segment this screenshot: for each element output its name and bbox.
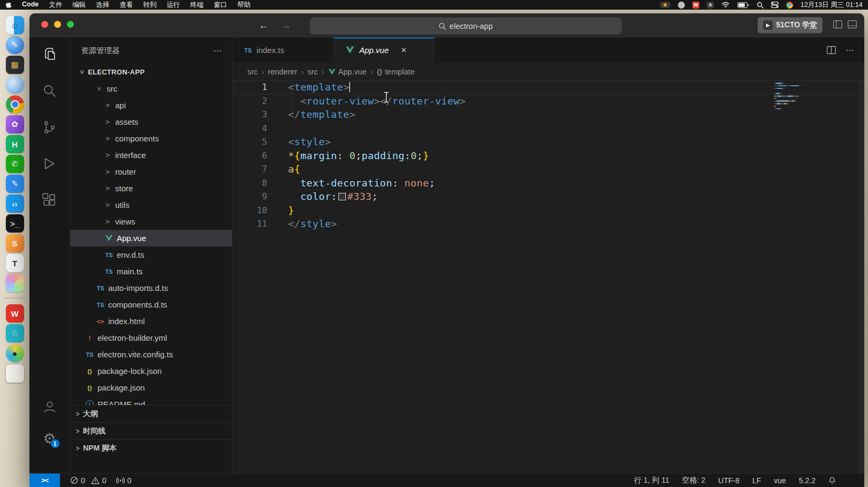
dock-icon-finder[interactable]: ☺ <box>6 16 24 34</box>
navigate-forward-button[interactable]: → <box>281 20 291 31</box>
breadcrumb-item-App.vue[interactable]: App.vue <box>328 68 367 76</box>
tree-item-index.html[interactable]: <>index.html <box>70 313 232 329</box>
code-line-7[interactable]: 7a{ <box>232 162 864 176</box>
breadcrumb-item-template[interactable]: {}template <box>377 68 415 76</box>
tree-root-electron-app[interactable]: >ELECTRON-APP <box>70 64 232 80</box>
menubar-item-运行[interactable]: 运行 <box>167 1 180 10</box>
code-line-3[interactable]: 3</template> <box>232 108 864 122</box>
split-editor-icon[interactable] <box>827 46 836 54</box>
tree-item-auto-imports.d.ts[interactable]: TSauto-imports.d.ts <box>70 280 232 296</box>
control-center-icon[interactable] <box>771 1 779 9</box>
status-cursor-position[interactable]: 行 1, 列 11 <box>629 476 674 485</box>
dock-icon-hbuilder[interactable]: H <box>6 135 24 153</box>
tree-item-store[interactable]: >store <box>70 180 232 197</box>
dock-icon-app-teal[interactable]: ♘ <box>6 324 24 342</box>
run-debug-icon[interactable] <box>42 155 58 171</box>
remote-indicator[interactable]: >< <box>29 474 60 487</box>
tree-item-electron-builder.yml[interactable]: !electron-builder.yml <box>70 329 232 346</box>
tree-item-router[interactable]: >router <box>70 163 232 180</box>
dock-icon-launchpad[interactable]: ▦ <box>6 56 24 74</box>
tree-item-components[interactable]: >components <box>70 130 232 147</box>
color-swatch[interactable] <box>338 193 346 200</box>
close-tab-icon[interactable]: × <box>401 45 406 56</box>
dock-icon-trash[interactable] <box>5 364 25 383</box>
code-line-11[interactable]: 11</style> <box>232 217 864 231</box>
explorer-icon[interactable] <box>42 46 58 62</box>
menubar-item-编辑[interactable]: 编辑 <box>72 1 86 10</box>
apple-logo-icon[interactable] <box>5 1 12 9</box>
editor-more-actions-icon[interactable]: ⋯ <box>846 45 855 55</box>
sidebar-section-大纲[interactable]: >大纲 <box>70 405 232 422</box>
sidebar-section-时间线[interactable]: >时间线 <box>70 422 232 439</box>
problems-indicator[interactable]: 0 0 <box>65 476 111 485</box>
code-line-5[interactable]: 5<style> <box>232 135 864 149</box>
menubar-item-查看[interactable]: 查看 <box>119 1 133 10</box>
notifications-bell-icon[interactable] <box>828 476 836 485</box>
menubar-item-Code[interactable]: Code <box>22 1 39 10</box>
tree-item-electron.vite.config.ts[interactable]: TSelectron.vite.config.ts <box>70 346 232 363</box>
tree-item-utils[interactable]: >utils <box>70 197 232 213</box>
tree-item-components.d.ts[interactable]: TScomponents.d.ts <box>70 296 232 313</box>
source-control-icon[interactable] <box>42 119 58 135</box>
status-encoding[interactable]: UTF-8 <box>713 476 744 485</box>
tab-index.ts[interactable]: TSindex.ts× <box>232 38 334 63</box>
code-line-8[interactable]: 8 text-decoration: none; <box>232 176 864 190</box>
sidebar-section-NPM 脚本[interactable]: >NPM 脚本 <box>70 439 232 456</box>
search-icon[interactable] <box>42 83 58 99</box>
menubar-item-帮助[interactable]: 帮助 <box>237 1 251 10</box>
breadcrumb-item-src[interactable]: src <box>247 68 258 76</box>
tree-item-env.d.ts[interactable]: TSenv.d.ts <box>70 246 232 263</box>
breadcrumb-item-renderer[interactable]: renderer <box>268 68 297 76</box>
spotlight-icon[interactable] <box>757 1 764 9</box>
tree-item-src[interactable]: >src <box>70 80 232 97</box>
explorer-more-actions-icon[interactable]: ⋯ <box>213 46 222 56</box>
tree-item-package-lock.json[interactable]: {}package-lock.json <box>70 363 232 379</box>
code-line-10[interactable]: 10} <box>232 204 864 218</box>
extensions-icon[interactable] <box>42 192 58 208</box>
tab-App.vue[interactable]: App.vue× <box>334 38 435 63</box>
dock-icon-app-light-blue[interactable] <box>6 76 24 94</box>
dock-icon-chrome[interactable] <box>6 95 24 114</box>
code-line-1[interactable]: 1<template> <box>232 80 864 94</box>
status-indentation[interactable]: 空格: 2 <box>677 476 711 485</box>
menubar-clock[interactable]: 12月13日 周三 01:14 <box>801 1 863 10</box>
dock-icon-app-blue-pencil[interactable]: ✎ <box>6 175 24 193</box>
tree-item-interface[interactable]: >interface <box>70 147 232 163</box>
code-line-2[interactable]: 2 <router-view></router-view> <box>232 94 864 108</box>
navigate-back-button[interactable]: ← <box>259 20 268 31</box>
dock-icon-vscode[interactable]: ‹› <box>6 194 24 213</box>
zoom-window-button[interactable] <box>67 21 74 28</box>
minimize-window-button[interactable] <box>54 21 61 28</box>
tree-item-package.json[interactable]: {}package.json <box>70 379 232 396</box>
dock-icon-terminal[interactable]: >_ <box>6 214 24 233</box>
menubar-item-文件[interactable]: 文件 <box>49 1 62 10</box>
settings-icon[interactable]: ⚙1 <box>42 431 58 447</box>
wps-menubar-icon[interactable]: W <box>692 2 699 9</box>
command-center-search[interactable]: electron-app <box>310 18 621 34</box>
menubar-item-转到[interactable]: 转到 <box>143 1 156 10</box>
dock-icon-app-orange[interactable]: S <box>6 234 24 252</box>
code-line-6[interactable]: 6*{margin: 0;padding:0;} <box>232 149 864 163</box>
code-line-4[interactable]: 4 <box>232 122 864 136</box>
dock-icon-paint-app[interactable] <box>6 274 24 292</box>
code-line-9[interactable]: 9 color:#333; <box>232 190 864 204</box>
tree-item-README.md[interactable]: iREADME.md <box>70 396 232 405</box>
dock-icon-app-purple[interactable]: ✿ <box>6 115 24 133</box>
minimap[interactable] <box>774 83 824 109</box>
ports-indicator[interactable]: 0 <box>111 476 137 485</box>
close-window-button[interactable] <box>41 21 48 28</box>
customize-layout-icon[interactable] <box>848 20 857 28</box>
tree-item-App.vue[interactable]: App.vue <box>70 230 232 246</box>
code-editor[interactable]: 1<template>2 <router-view></router-view>… <box>232 80 864 474</box>
menubar-item-选择[interactable]: 选择 <box>96 1 109 10</box>
screen-record-indicator-icon[interactable] <box>660 2 670 8</box>
menubar-item-终端[interactable]: 终端 <box>190 1 203 10</box>
dock-icon-wps[interactable]: W <box>6 304 24 323</box>
status-language-mode[interactable]: vue <box>769 476 791 485</box>
meet-status-icon[interactable] <box>678 2 685 9</box>
battery-icon[interactable] <box>737 1 749 9</box>
menubar-item-窗口[interactable]: 窗口 <box>214 1 227 10</box>
breadcrumb-item-src[interactable]: src <box>307 68 318 76</box>
status-eol[interactable]: LF <box>748 476 766 485</box>
dock-icon-app-dark-ring[interactable]: ● <box>6 344 24 362</box>
